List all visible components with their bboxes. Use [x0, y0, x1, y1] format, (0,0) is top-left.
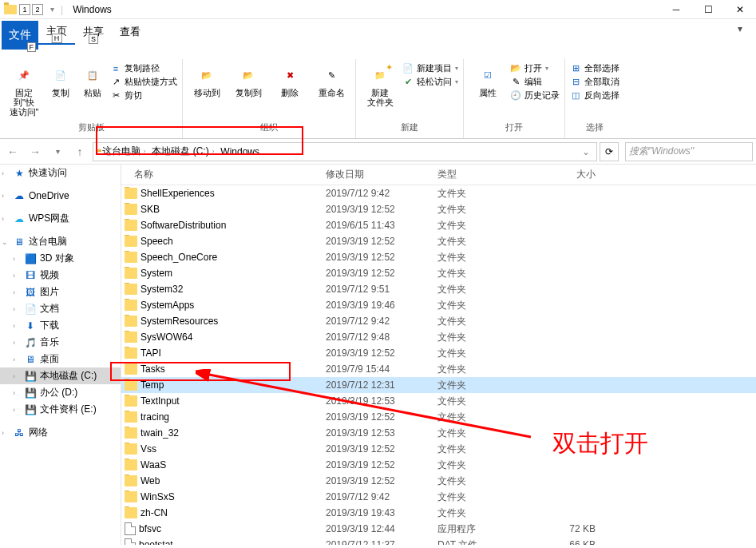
expand-icon[interactable]: ›	[13, 372, 21, 380]
qat-key-1[interactable]: 1	[19, 4, 30, 15]
list-item[interactable]: Vss 2019/3/19 12:52 文件夹	[121, 441, 756, 457]
forward-button[interactable]: →	[26, 142, 45, 161]
sidebar-quick-access[interactable]: ›★快速访问	[0, 165, 121, 181]
address-bar[interactable]: › 这台电脑› 本地磁盘 (C:)› Windows ⌄	[93, 142, 597, 161]
qat-dropdown-icon[interactable]: ▾	[45, 2, 59, 17]
tab-file[interactable]: 文件 F	[2, 21, 38, 50]
sidebar-wps[interactable]: ›☁WPS网盘	[0, 210, 121, 227]
delete-button[interactable]: ✖删除	[271, 62, 309, 99]
recent-dropdown-button[interactable]: ▾	[48, 142, 67, 161]
list-item[interactable]: bootstat 2019/7/12 11:37 DAT 文件 66 KB	[121, 537, 756, 545]
rename-button[interactable]: ✎重命名	[312, 62, 350, 99]
list-item[interactable]: Temp 2019/7/12 12:31 文件夹	[121, 377, 756, 393]
cut-button[interactable]: ✂剪切	[110, 89, 177, 101]
paste-button[interactable]: 📋粘贴	[78, 62, 107, 99]
invert-button[interactable]: ◫反向选择	[570, 89, 619, 101]
list-item[interactable]: bfsvc 2019/3/19 12:44 应用程序 72 KB	[121, 521, 756, 537]
sidebar-item-6[interactable]: ›🖥桌面	[0, 351, 121, 367]
expand-icon[interactable]: ›	[13, 255, 21, 263]
minimize-button[interactable]: ─	[660, 0, 692, 19]
column-size[interactable]: 大小	[520, 165, 600, 185]
open-button[interactable]: 📂打开 ▾	[510, 62, 560, 74]
expand-icon[interactable]: ›	[13, 406, 21, 414]
copyto-button[interactable]: 📂复制到	[229, 62, 267, 99]
history-button[interactable]: 🕘历史记录	[510, 89, 560, 101]
expand-icon[interactable]: ›	[2, 429, 10, 437]
list-item[interactable]: TextInput 2019/3/19 12:53 文件夹	[121, 393, 756, 409]
sidebar-this-pc[interactable]: ⌄🖥这台电脑	[0, 233, 121, 250]
select-none-button[interactable]: ⊟全部取消	[570, 76, 619, 88]
sidebar-item-9[interactable]: ›💾文件资料 (E:)	[0, 401, 121, 418]
list-item[interactable]: WaaS 2019/3/19 12:52 文件夹	[121, 457, 756, 473]
ribbon-expand-icon[interactable]: ▾	[724, 19, 756, 38]
new-folder-button[interactable]: 📁✦新建 文件夹	[361, 62, 399, 109]
list-item[interactable]: WinSxS 2019/7/12 9:42 文件夹	[121, 489, 756, 505]
easy-access-button[interactable]: ✔轻松访问 ▾	[402, 76, 458, 88]
back-button[interactable]: ←	[3, 142, 22, 161]
list-item[interactable]: SKB 2019/3/19 12:52 文件夹	[121, 201, 756, 217]
tab-2[interactable]: 查看	[112, 20, 148, 44]
sidebar-item-2[interactable]: ›🖼图片	[0, 284, 121, 300]
folder-icon[interactable]	[3, 2, 18, 17]
expand-icon[interactable]: ›	[13, 339, 21, 347]
list-item[interactable]: twain_32 2019/3/19 12:53 文件夹	[121, 425, 756, 441]
list-item[interactable]: SoftwareDistribution 2019/6/15 11:43 文件夹	[121, 217, 756, 233]
sidebar-item-1[interactable]: ›🎞视频	[0, 267, 121, 284]
properties-button[interactable]: ☑属性	[469, 62, 507, 99]
refresh-button[interactable]: ⟳	[600, 142, 619, 161]
copy-button[interactable]: 📄复制	[46, 62, 75, 99]
column-type[interactable]: 类型	[433, 165, 520, 185]
list-item[interactable]: System32 2019/7/12 9:51 文件夹	[121, 281, 756, 297]
sidebar-item-0[interactable]: ›🟦3D 对象	[0, 250, 121, 267]
list-item[interactable]: Speech_OneCore 2019/3/19 12:52 文件夹	[121, 249, 756, 265]
breadcrumb-pc[interactable]: 这台电脑›	[99, 145, 149, 158]
up-button[interactable]: ↑	[70, 142, 89, 161]
column-date[interactable]: 修改日期	[321, 165, 433, 185]
sidebar-item-7[interactable]: ›💾本地磁盘 (C:)	[0, 367, 121, 384]
expand-icon[interactable]: ›	[2, 215, 10, 223]
list-item[interactable]: SystemResources 2019/7/12 9:42 文件夹	[121, 313, 756, 329]
list-item[interactable]: Web 2019/3/19 12:52 文件夹	[121, 473, 756, 489]
new-item-button[interactable]: 📄新建项目 ▾	[402, 62, 458, 74]
sidebar-onedrive[interactable]: ›☁OneDrive	[0, 188, 121, 204]
expand-icon[interactable]: ›	[13, 288, 21, 296]
list-item[interactable]: TAPI 2019/3/19 12:52 文件夹	[121, 345, 756, 361]
copy-path-button[interactable]: ≡复制路径	[110, 62, 177, 74]
maximize-button[interactable]: ☐	[692, 0, 724, 19]
search-input[interactable]: 搜索"Windows"	[625, 142, 753, 161]
list-item[interactable]: Speech 2019/3/19 12:52 文件夹	[121, 233, 756, 249]
sidebar-item-5[interactable]: ›🎵音乐	[0, 334, 121, 351]
expand-icon[interactable]: ›	[13, 322, 21, 330]
breadcrumb-drive[interactable]: 本地磁盘 (C:)›	[148, 145, 217, 158]
tab-0[interactable]: 主页H	[38, 19, 75, 45]
address-dropdown-icon[interactable]: ⌄	[579, 146, 593, 157]
sidebar-item-4[interactable]: ›⬇下载	[0, 317, 121, 334]
collapse-icon[interactable]: ⌄	[2, 238, 10, 246]
close-button[interactable]: ✕	[724, 0, 756, 19]
expand-icon[interactable]: ›	[13, 305, 21, 313]
qat-key-2[interactable]: 2	[32, 4, 43, 15]
list-item[interactable]: tracing 2019/3/19 12:52 文件夹	[121, 409, 756, 425]
moveto-button[interactable]: 📂移动到	[188, 62, 226, 99]
expand-icon[interactable]: ›	[13, 389, 21, 397]
expand-icon[interactable]: ›	[2, 192, 10, 200]
list-item[interactable]: SystemApps 2019/3/19 19:46 文件夹	[121, 297, 756, 313]
list-item[interactable]: zh-CN 2019/3/19 19:43 文件夹	[121, 505, 756, 521]
expand-icon[interactable]: ›	[13, 355, 21, 363]
sidebar-network[interactable]: ›🖧网络	[0, 424, 121, 441]
column-name[interactable]: 名称	[121, 165, 321, 185]
expand-icon[interactable]: ›	[13, 272, 21, 280]
pin-button[interactable]: 📌固定到"快 速访问"	[5, 62, 43, 118]
list-item[interactable]: System 2019/3/19 12:52 文件夹	[121, 265, 756, 281]
select-all-button[interactable]: ⊞全部选择	[570, 62, 619, 74]
list-item[interactable]: ShellExperiences 2019/7/12 9:42 文件夹	[121, 185, 756, 201]
list-item[interactable]: SysWOW64 2019/7/12 9:48 文件夹	[121, 329, 756, 345]
paste-shortcut-button[interactable]: ↗粘贴快捷方式	[110, 76, 177, 88]
breadcrumb-windows[interactable]: Windows	[217, 146, 263, 157]
tab-1[interactable]: 共享S	[75, 20, 112, 44]
list-item[interactable]: Tasks 2019/7/9 15:44 文件夹	[121, 361, 756, 377]
sidebar-item-8[interactable]: ›💾办公 (D:)	[0, 384, 121, 401]
sidebar-item-3[interactable]: ›📄文档	[0, 300, 121, 317]
edit-button[interactable]: ✎编辑	[510, 76, 560, 88]
file-list[interactable]: 名称 修改日期 类型 大小 ShellExperiences 2019/7/12…	[121, 165, 756, 545]
